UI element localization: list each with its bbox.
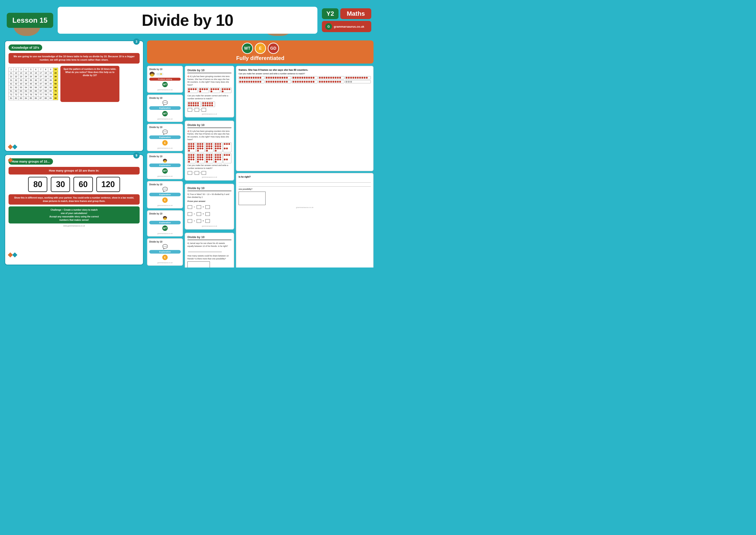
ws7-title: Divide by 10 [149, 240, 181, 243]
badge-row: Y2 Maths [322, 8, 371, 19]
worksheet-card-3: Divide by 10 💬 Explanation E grammarsaur… [147, 124, 183, 151]
diff-badges-row: WT E GD [242, 43, 279, 54]
ws3-footer: grammarsaurus.co.uk [149, 147, 181, 149]
header: Lesson 15 Divide by 10 Y2 Maths G gramma… [7, 2, 371, 38]
challenge-line2: one of your calculations! [61, 212, 87, 214]
dot-group-12 [187, 154, 196, 163]
worksheet-card-7: Divide by 10 💬 Explanation E grammarsaur… [147, 238, 183, 266]
ws-right-is-he-right: Is he right? [239, 176, 371, 178]
dot-arr-1 [239, 76, 264, 79]
worksheet-col-middle: Divide by 10 4) 4) Lyla has been groupin… [185, 66, 234, 268]
ws7-footer: grammarsaurus.co.uk [149, 262, 181, 264]
dot-arr-3 [292, 76, 318, 79]
ws6-title: Divide by 10 [149, 212, 181, 215]
ws-detail-2: Divide by 10 4) 5) Lyla has been groupin… [185, 121, 234, 181]
ws2-title: Divide by 10 [149, 97, 181, 99]
numbers-row: 80 30 60 120 [9, 177, 140, 192]
main-content: 3 Knowledge of 10's We are going to use … [5, 41, 373, 265]
number-120: 120 [96, 177, 120, 192]
ws5-footer: grammarsaurus.co.uk [149, 205, 181, 206]
ws6-level-badge: WT [162, 225, 168, 231]
slide-number-1: 3 [133, 39, 140, 45]
ws2-footer: grammarsaurus.co.uk [149, 118, 181, 120]
dot-group-11 [223, 142, 231, 152]
dot-group-8 [196, 142, 205, 152]
answer-sentence-2: ÷ = [187, 171, 231, 175]
dot-group-3 [210, 88, 220, 93]
challenge-box: Challenge – Create a number story to mat… [9, 207, 140, 223]
slide-number-2: 9 [133, 152, 140, 158]
title-box: Divide by 10 [58, 7, 317, 34]
answer-area-r [239, 192, 265, 205]
ws6-explanation: Explanation [149, 221, 181, 224]
worksheet-card-2: Divide by 10 💬 Explanation WT grammarsau… [147, 95, 183, 122]
ws5-level-badge: E [162, 197, 168, 203]
worksheet-card-4: Divide by 10 🧒 Explanation WT grammarsau… [147, 153, 183, 179]
eq-row-3: ÷ = [187, 219, 231, 223]
slide-knowledge: 3 Knowledge of 10's We are going to use … [5, 41, 144, 152]
number-60: 60 [73, 177, 93, 192]
ws2-explanation: Explanation [149, 106, 181, 110]
diff-badge-gd: GD [268, 43, 279, 54]
answer-sentence-1: ÷ = [187, 108, 231, 112]
ws3-level-badge: E [162, 140, 168, 146]
dot-group-13 [196, 154, 205, 163]
dot-group-4 [221, 88, 231, 93]
dot-group-5 [187, 101, 201, 107]
ws-detail-q5b: Can you make her answer correct and writ… [187, 164, 231, 170]
ws5-title: Divide by 10 [149, 183, 181, 186]
slide2-question: How many groups of 10 are there in: [9, 167, 140, 175]
dot-arr-2 [265, 76, 291, 79]
ws7-level-badge: E [162, 254, 168, 261]
eq-row-2: ÷ = [187, 212, 231, 216]
ws-detail-4-title: Divide by 10 [187, 236, 231, 240]
ws3-title: Divide by 10 [149, 126, 181, 128]
ws1-title: Divide by 10 [149, 68, 181, 70]
slide2-footer: Show this in different ways, working wit… [9, 194, 140, 205]
dot-group-2 [199, 88, 209, 93]
dot-arr-4 [318, 76, 344, 79]
ws4-title: Divide by 10 [149, 155, 181, 158]
dot-group-9 [205, 142, 214, 152]
worksheets-container: Divide by 10 🧒 ÷ ÷ 🙂 Problem solving WT … [147, 66, 373, 268]
ws-detail-q6b: How many sweets could he share between 1… [187, 254, 231, 260]
diamond-dec-bl2 [12, 144, 17, 149]
eq-row-1: ÷ = [187, 205, 231, 209]
dot-group-7 [187, 142, 196, 152]
slide-groups: 9 How many groups of 10... How many grou… [5, 154, 144, 266]
ws-right-top: frames. She has 8 frames so she says she… [236, 66, 373, 171]
number-grid: 12345678910 11121314151617181920 2122232… [9, 68, 58, 100]
dot-group-16 [223, 154, 231, 163]
answer-line-r1 [239, 180, 371, 183]
worksheet-card-6: Divide by 10 🧒 Explanation WT grammarsau… [147, 210, 183, 237]
diamond-dec2-bl2 [12, 252, 17, 258]
slide1-header: Knowledge of 10's [9, 44, 42, 51]
number-80: 80 [28, 177, 47, 192]
website-label: grammarsaurus.co.uk [334, 25, 364, 28]
right-panel: WT E GD Fully differentiated Divide by 1… [147, 41, 373, 265]
ws-right-top-hint: frames. She has 8 frames so she says she… [239, 69, 371, 71]
ws-detail-3-title: Divide by 10 [187, 186, 231, 191]
ws4-explanation: Explanation [149, 163, 181, 167]
ws-right-bottom: Is he right? one possibility? grammarsau… [236, 173, 373, 268]
answer-area-6 [187, 262, 210, 268]
dot-arr-5 [345, 76, 371, 79]
worksheet-card-5: Divide by 10 💬 Explanation E grammarsaur… [147, 181, 183, 209]
ws5-explanation: Explanation [149, 193, 181, 196]
ws-detail-2-footer: grammarsaurus.co.uk [187, 176, 231, 178]
dot-arr-9 [318, 80, 344, 83]
maths-badge: Maths [340, 8, 371, 19]
answer-line-6a [188, 249, 222, 252]
grammar-logo-icon: G [325, 23, 332, 30]
ws-right-one-possibility: one possibility? [239, 188, 371, 190]
ws-detail-1-title: Divide by 10 [187, 69, 231, 73]
page-title: Divide by 10 [142, 11, 233, 29]
lesson-badge: Lesson 15 [7, 13, 53, 28]
ws4-level-badge: WT [162, 168, 168, 174]
ws-detail-q4b: Can you make her answer correct and writ… [187, 94, 231, 100]
worksheet-card-1: Divide by 10 🧒 ÷ ÷ 🙂 Problem solving WT … [147, 66, 183, 93]
ws-detail-1: Divide by 10 4) 4) Lyla has been groupin… [185, 66, 234, 118]
ws1-level-badge: WT [162, 81, 168, 88]
diff-badge-wt: WT [242, 43, 253, 54]
slide1-info: We are going to use our knowledge of the… [9, 53, 140, 64]
